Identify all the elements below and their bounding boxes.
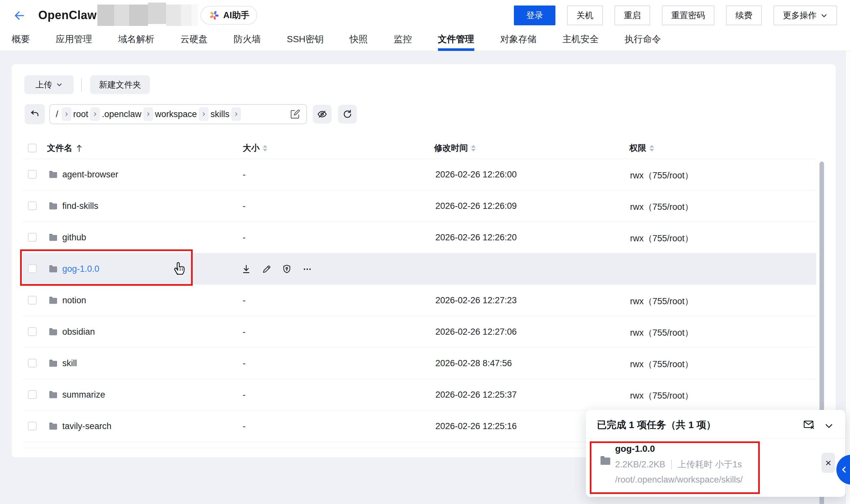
breadcrumb-chevron[interactable] — [90, 107, 100, 121]
tab-item[interactable]: 防火墙 — [234, 31, 261, 51]
download-icon[interactable] — [241, 264, 252, 275]
collapse-panel-chevron-icon[interactable] — [824, 421, 834, 431]
breadcrumb-chevron[interactable] — [199, 107, 209, 121]
tab-item[interactable]: 主机安全 — [563, 31, 599, 51]
tab-label: 文件管理 — [438, 33, 474, 46]
row-checkbox[interactable] — [28, 233, 37, 241]
task-panel-title: 已完成 1 项任务（共 1 项） — [597, 418, 716, 432]
row-checkbox[interactable] — [28, 264, 37, 273]
tab-item[interactable]: 概要 — [12, 31, 30, 51]
file-permission: rwx（755/root） — [630, 390, 693, 401]
row-checkbox[interactable] — [28, 421, 37, 430]
column-header-mtime[interactable]: 修改时间 — [434, 142, 476, 154]
path-edit-button[interactable] — [289, 109, 300, 120]
row-checkbox[interactable] — [28, 359, 37, 367]
table-row[interactable]: gog-1.0.0 — [23, 253, 816, 285]
row-checkbox[interactable] — [28, 327, 37, 336]
file-name[interactable]: tavily-search — [62, 421, 112, 431]
breadcrumb-chevron[interactable] — [143, 107, 153, 121]
file-name[interactable]: gog-1.0.0 — [62, 264, 99, 274]
tab-item[interactable]: 云硬盘 — [180, 31, 208, 51]
tab-item[interactable]: 对象存储 — [500, 31, 537, 51]
tab-item[interactable]: 快照 — [350, 31, 368, 51]
file-name[interactable]: agent-browser — [62, 169, 119, 180]
chevron-left-icon — [840, 465, 849, 474]
breadcrumb-segment[interactable]: root — [73, 109, 89, 119]
header-action-label: 重置密码 — [671, 10, 705, 21]
sort-icon[interactable] — [650, 145, 654, 151]
table-row[interactable]: summarize - 2026-02-26 12:25:37 rwx（755/… — [23, 379, 816, 411]
sort-icon[interactable] — [263, 145, 267, 151]
header-action-group: 登录 关机 重启 重置密码 续费 — [514, 5, 837, 25]
upload-button[interactable]: 上传 — [24, 75, 74, 94]
ai-assistant-badge[interactable]: AI助手 — [200, 6, 257, 25]
column-label: 文件名 — [47, 142, 72, 154]
file-table: 文件名 大小 修改时间 权限 — [23, 138, 816, 448]
breadcrumb-segment[interactable]: skills — [211, 109, 230, 119]
toggle-hidden-files-button[interactable] — [313, 105, 332, 124]
tab-item[interactable]: SSH密钥 — [287, 31, 324, 51]
permission-shield-icon[interactable] — [282, 264, 292, 274]
header-action-button[interactable]: 更多操作 — [774, 5, 837, 25]
row-checkbox[interactable] — [28, 296, 37, 305]
table-row[interactable]: github - 2026-02-26 12:26:20 rwx（755/roo… — [23, 222, 816, 253]
table-row[interactable]: skill - 2026-02-28 8:47:56 rwx（755/root） — [23, 348, 816, 379]
header-action-button[interactable]: 重启 — [615, 5, 650, 25]
upload-label: 上传 — [35, 79, 52, 90]
file-name[interactable]: summarize — [62, 390, 105, 400]
chevron-right-icon — [92, 112, 98, 117]
tab-item[interactable]: 执行命令 — [625, 31, 661, 51]
new-folder-button[interactable]: 新建文件夹 — [90, 75, 150, 94]
more-actions-icon[interactable] — [302, 264, 313, 275]
file-name[interactable]: find-skills — [62, 201, 98, 211]
table-row[interactable]: find-skills - 2026-02-26 12:26:09 rwx（75… — [23, 191, 816, 222]
chevron-down-icon — [56, 82, 63, 88]
undo-icon — [30, 109, 40, 119]
task-target-path: /root/.openclaw/workspace/skills/ — [615, 475, 743, 485]
header-action-button[interactable]: 重置密码 — [662, 5, 714, 25]
breadcrumb-segment[interactable]: workspace — [155, 109, 197, 119]
task-panel-header: 已完成 1 项任务（共 1 项） — [586, 410, 846, 438]
breadcrumb-segment[interactable]: .openclaw — [102, 109, 141, 119]
row-checkbox[interactable] — [28, 170, 37, 179]
tab-item[interactable]: 文件管理 — [438, 31, 474, 51]
tab-item[interactable]: 监控 — [394, 31, 412, 51]
refresh-button[interactable] — [338, 105, 357, 124]
path-breadcrumb-field[interactable]: / root .openclaw workspace — [49, 104, 307, 124]
back-button[interactable] — [11, 7, 28, 24]
file-size: - — [243, 295, 246, 306]
header-action-button[interactable]: 续费 — [726, 5, 762, 25]
task-close-button[interactable]: × — [821, 453, 835, 473]
column-header-permission[interactable]: 权限 — [630, 142, 654, 154]
file-name[interactable]: github — [62, 233, 86, 242]
rename-edit-icon[interactable] — [262, 264, 272, 274]
file-mtime: 2026-02-26 12:25:37 — [436, 390, 517, 400]
path-back-button[interactable] — [25, 104, 45, 124]
file-name[interactable]: notion — [62, 295, 86, 306]
select-all-checkbox[interactable] — [28, 144, 37, 152]
clear-notifications-icon[interactable] — [803, 418, 816, 431]
folder-icon — [48, 201, 58, 211]
column-header-size[interactable]: 大小 — [243, 142, 267, 154]
table-body: agent-browser - 2026-02-26 12:26:00 rwx（… — [23, 159, 816, 442]
header-action-button[interactable]: 关机 — [567, 5, 603, 25]
breadcrumb-chevron[interactable] — [231, 107, 241, 121]
header-action-button[interactable]: 登录 — [514, 5, 555, 25]
file-size: - — [243, 201, 246, 211]
column-header-filename[interactable]: 文件名 — [47, 142, 83, 154]
table-row[interactable]: agent-browser - 2026-02-26 12:26:00 rwx（… — [23, 159, 816, 191]
table-row[interactable]: notion - 2026-02-26 12:27:23 rwx（755/roo… — [23, 285, 816, 316]
tab-item[interactable]: 应用管理 — [56, 31, 92, 51]
browser-scrollbar-track[interactable] — [846, 51, 850, 504]
breadcrumb-chevron[interactable] — [61, 107, 71, 121]
file-name[interactable]: skill — [62, 358, 77, 368]
column-label: 大小 — [243, 142, 260, 154]
row-checkbox[interactable] — [28, 201, 37, 210]
table-row[interactable]: obsidian - 2026-02-26 12:27:06 rwx（755/r… — [23, 316, 816, 348]
tab-item[interactable]: 域名解析 — [118, 31, 155, 51]
row-checkbox[interactable] — [28, 390, 37, 399]
folder-icon — [48, 421, 58, 431]
task-item[interactable]: gog-1.0.0 2.2KB/2.2KB 上传耗时 小于1s /root/.o… — [586, 438, 846, 497]
sort-icon[interactable] — [471, 145, 476, 151]
file-name[interactable]: obsidian — [62, 327, 95, 337]
